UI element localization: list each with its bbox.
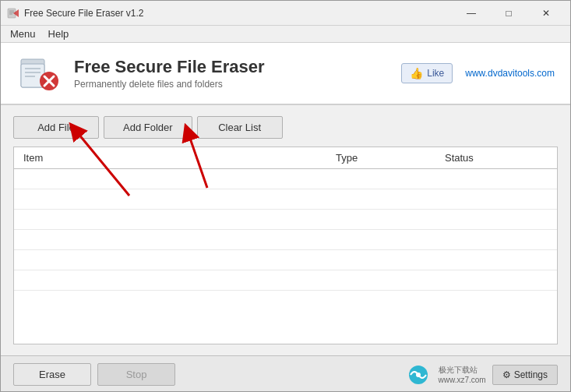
watermark: 极光下载站 www.xz7.com [403, 364, 486, 386]
menu-bar: Menu Help [1, 26, 570, 43]
bottom-right: 极光下载站 www.xz7.com ⚙ Settings [403, 364, 558, 386]
gear-icon: ⚙ [502, 369, 511, 380]
table-header: Item Type Status [14, 147, 557, 169]
like-label: Like [427, 68, 444, 79]
add-folder-button[interactable]: Add Folder [104, 116, 192, 139]
minimize-button[interactable]: — [453, 1, 489, 26]
header-app-icon [18, 51, 62, 95]
settings-button[interactable]: ⚙ Settings [492, 365, 558, 385]
erase-button[interactable]: Erase [13, 363, 91, 386]
watermark-line1: 极光下载站 [439, 365, 486, 375]
clear-list-button[interactable]: Clear List [197, 116, 283, 139]
table-row [14, 189, 557, 210]
main-content: Add File Add Folder Clear List Item Type… [1, 105, 570, 355]
title-bar-left: Free Secure File Eraser v1.2 [7, 7, 143, 19]
close-button[interactable]: ✕ [528, 1, 564, 26]
menu-item-menu[interactable]: Menu [4, 26, 42, 41]
app-title-icon [7, 7, 19, 19]
website-link[interactable]: www.dvdavitools.com [465, 68, 555, 79]
header-subtitle: Permanently delete files and folders [74, 79, 401, 90]
table-row [14, 270, 557, 291]
app-window: Free Secure File Eraser v1.2 — □ ✕ Menu … [0, 0, 571, 392]
file-table: Item Type Status [13, 147, 558, 344]
table-row [14, 230, 557, 250]
title-controls: — □ ✕ [453, 1, 564, 26]
svg-point-14 [416, 373, 421, 377]
watermark-logo-icon [403, 364, 434, 386]
watermark-text: 极光下载站 www.xz7.com [439, 365, 486, 385]
header: Free Secure File Eraser Permanently dele… [1, 43, 570, 105]
header-title-area: Free Secure File Eraser Permanently dele… [74, 57, 401, 90]
header-right: 👍 Like www.dvdavitools.com [401, 63, 555, 83]
maximize-button[interactable]: □ [491, 1, 527, 26]
watermark-line2: www.xz7.com [439, 375, 486, 385]
settings-label: Settings [514, 369, 548, 380]
bottom-left: Erase Stop [13, 363, 175, 386]
column-header-status: Status [442, 150, 551, 165]
column-header-item: Item [20, 150, 333, 165]
title-bar: Free Secure File Eraser v1.2 — □ ✕ [1, 1, 570, 26]
menu-item-help[interactable]: Help [42, 26, 76, 41]
header-app-name: Free Secure File Eraser [74, 57, 401, 77]
bottom-bar: Erase Stop 极光下载站 www.xz7.com ⚙ Settings [1, 355, 570, 392]
table-row [14, 250, 557, 270]
like-button[interactable]: 👍 Like [401, 63, 453, 83]
add-file-button[interactable]: Add File [13, 116, 99, 139]
table-row [14, 169, 557, 189]
thumbs-up-icon: 👍 [410, 67, 423, 79]
column-header-type: Type [333, 150, 442, 165]
toolbar: Add File Add Folder Clear List [13, 116, 558, 139]
stop-button: Stop [97, 363, 175, 386]
header-icon-area [16, 50, 63, 97]
title-text: Free Secure File Eraser v1.2 [24, 8, 143, 19]
table-row [14, 210, 557, 230]
table-body [14, 169, 557, 344]
